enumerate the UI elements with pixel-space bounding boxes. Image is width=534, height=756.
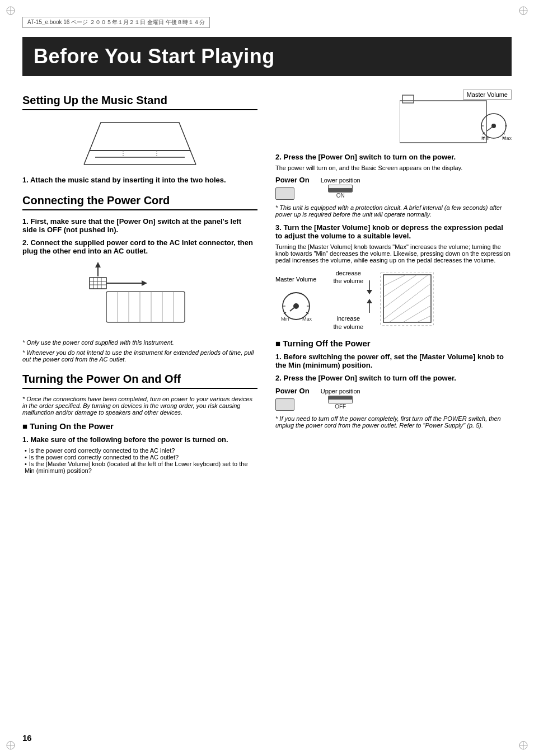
power-cord-step2: 2. Connect the supplied power cord to th… [22,238,257,255]
power-cord-note1: Only use the power cord supplied with th… [22,339,257,346]
step2-body: The power will turn on, and the Basic Sc… [275,165,512,171]
reg-mark-br [518,740,528,750]
power-btn [275,187,294,200]
bullet-item: Is the power cord correctly connected to… [25,447,257,454]
reg-mark-bl [6,740,16,750]
svg-line-65 [403,306,431,322]
power-cord-step1: 1. First, make sure that the [Power On] … [22,217,257,234]
power-cord-diagram [22,261,257,334]
svg-rect-38 [402,95,414,103]
increase-label: increasethe volume [333,314,363,331]
svg-point-49 [503,137,505,139]
main-content: Setting Up the Music Stand [22,90,512,478]
power-off-note: If you need to turn off the power comple… [275,415,512,429]
svg-line-17 [84,151,90,165]
tuning-on-bullets: Is the power cord correctly connected to… [25,447,257,474]
svg-marker-13 [90,123,190,151]
music-stand-step1: 1. Attach the music stand by inserting i… [22,176,257,184]
power-on-label-off: Power On [275,387,310,395]
vol-diagram: Master Volume Min Max [275,269,512,331]
power-switch-diagram-off: Power On Upper position OFF [275,387,512,411]
svg-line-62 [383,275,428,308]
right-step3: 3. Turn the [Master Volume] knob or depr… [275,223,512,264]
protection-circuit-note: This unit is equipped with a protection … [275,204,512,218]
reg-mark-tr [518,6,528,16]
power-cord-heading: Connecting the Power Cord [22,194,257,210]
tuning-on-step1: 1. Make sure of the following before the… [22,435,257,474]
vol-knob: Master Volume Min Max [275,276,316,324]
svg-marker-71 [367,299,372,303]
svg-marker-59 [383,275,431,322]
page: AT-15_e.book 16 ページ ２００５年１月２１日 金曜日 午後８時１… [0,0,534,756]
power-btn-off [275,398,294,411]
pedal-diagram: decreasethe volume increasethe volume [322,269,434,331]
lower-pos: Lower position ON [321,177,360,199]
turning-power-heading: Turning the Power On and Off [22,373,257,389]
upper-pos: Upper position OFF [321,388,360,410]
svg-line-18 [190,151,196,165]
svg-text:Min: Min [281,316,289,322]
power-cord-note2: Whenever you do not intend to use the in… [22,349,257,363]
svg-marker-27 [95,262,101,267]
page-number: 16 [22,733,32,743]
music-stand-diagram [22,117,257,170]
music-stand-heading: Setting Up the Music Stand [22,94,257,110]
decrease-label: decreasethe volume [333,269,363,285]
meta-bar: AT-15_e.book 16 ページ ２００５年１月２１日 金曜日 午後８時１… [22,17,210,28]
turning-off-step1: 1. Before switching the power off, set t… [275,353,512,369]
svg-line-45 [487,126,494,131]
step3-body: Turning the [Master Volume] knob towards… [275,243,512,264]
svg-marker-29 [142,280,147,286]
tuning-on-heading: Tuning On the Power [22,421,257,431]
svg-rect-67 [381,272,434,326]
bullet-item: Is the [Master Volume] knob (located at … [25,461,257,474]
svg-line-66 [417,316,431,322]
bullet-item: Is the power cord correctly connected to… [25,454,257,461]
turning-power-intro: Once the connections have been completed… [22,396,257,416]
master-vol-top-diagram: Master Volume [275,90,512,147]
power-on-label: Power On [275,176,310,184]
right-step2: 2. Press the [Power On] switch to turn o… [275,153,512,171]
svg-rect-20 [90,278,106,289]
svg-text:Max: Max [302,316,312,322]
svg-marker-69 [367,290,372,294]
svg-line-61 [383,275,417,297]
page-title: Before You Start Playing [22,37,512,76]
turning-off-heading: Turning Off the Power [275,339,512,348]
master-vol-label: Master Volume [463,90,512,100]
right-column: Master Volume [275,90,512,478]
svg-rect-30 [106,292,185,322]
left-column: Setting Up the Music Stand [22,90,257,478]
svg-text:Min: Min [481,135,490,141]
svg-line-63 [383,283,431,320]
svg-point-48 [483,137,485,139]
svg-rect-37 [400,101,486,143]
reg-mark-tl [6,6,16,16]
turning-off-step2: 2. Press the [Power On] switch to turn o… [275,374,512,382]
power-switch-diagram-on: Power On Lower position ON [275,176,512,200]
